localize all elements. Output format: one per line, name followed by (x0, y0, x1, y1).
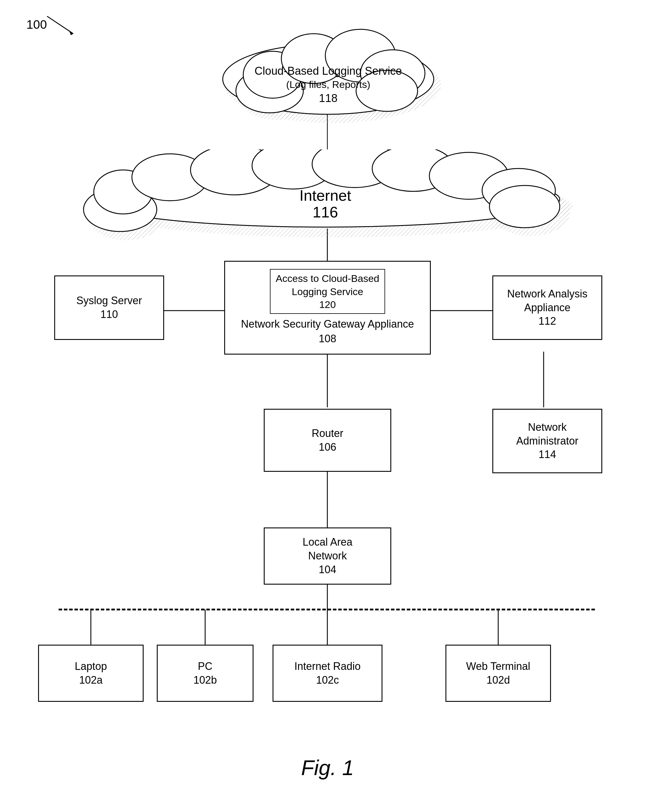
router-box: Router 106 (264, 409, 391, 472)
net-admin-line3: 114 (538, 448, 556, 461)
net-analysis-line2: Appliance (524, 301, 570, 315)
router-line2: 106 (318, 440, 336, 454)
svg-text:116: 116 (313, 204, 338, 221)
pc-line2: 102b (194, 674, 217, 687)
svg-point-43 (489, 186, 560, 228)
web-terminal-box: Web Terminal 102d (446, 645, 551, 702)
lan-line1: Local Area (303, 535, 352, 549)
pc-box: PC 102b (157, 645, 254, 702)
figure-label: Fig. 1 (301, 756, 354, 780)
diagram-ref-number: 100 (26, 18, 47, 32)
gateway-number: 108 (318, 332, 336, 344)
terminal-line2: 102d (486, 674, 510, 687)
internet-radio-box: Internet Radio 102c (272, 645, 383, 702)
gateway-label: Network Security Gateway Appliance (241, 318, 414, 330)
radio-line1: Internet Radio (294, 660, 360, 674)
radio-line2: 102c (316, 674, 339, 687)
terminal-line1: Web Terminal (466, 660, 530, 674)
pc-line1: PC (198, 660, 212, 674)
lan-line2: Network (308, 549, 347, 563)
net-analysis-line1: Network Analysis (507, 287, 587, 301)
syslog-line1: Syslog Server (76, 294, 142, 308)
ref-arrow (47, 16, 82, 40)
access-cloud-line1: Access to Cloud-Based (276, 273, 379, 284)
laptop-line2: 102a (79, 674, 103, 687)
svg-text:(Log files, Reports): (Log files, Reports) (286, 79, 370, 90)
laptop-box: Laptop 102a (38, 645, 144, 702)
net-admin-line2: Administrator (516, 434, 578, 448)
svg-text:118: 118 (319, 92, 337, 104)
svg-text:Internet: Internet (300, 187, 351, 204)
net-admin-line1: Network (528, 420, 566, 434)
lan-line3: 104 (318, 563, 336, 577)
router-line1: Router (312, 427, 343, 440)
diagram-container: 100 Cloud-Based Logging Service (Log fil… (0, 0, 655, 812)
syslog-line2: 110 (100, 308, 118, 321)
access-cloud-line3: 120 (319, 299, 336, 310)
laptop-line1: Laptop (75, 660, 107, 674)
svg-marker-14 (69, 30, 73, 35)
svg-text:Cloud-Based Logging Service: Cloud-Based Logging Service (255, 65, 402, 77)
lan-box: Local Area Network 104 (264, 527, 391, 584)
network-admin-box: Network Administrator 114 (492, 409, 602, 473)
internet-cloud: Internet 116 (73, 149, 577, 240)
access-cloud-line2: Logging Service (292, 286, 363, 297)
net-analysis-line3: 112 (538, 314, 556, 328)
syslog-server-box: Syslog Server 110 (54, 275, 164, 340)
network-security-gateway-box: Access to Cloud-Based Logging Service 12… (224, 261, 431, 355)
network-analysis-box: Network Analysis Appliance 112 (492, 275, 602, 340)
cloud-logging-service: Cloud-Based Logging Service (Log files, … (205, 20, 451, 126)
